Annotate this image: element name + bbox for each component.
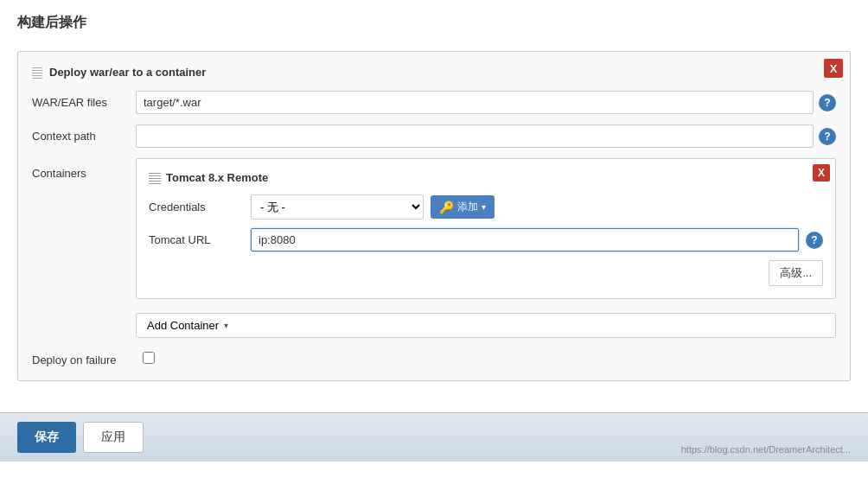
page-wrapper: 构建后操作 X Deploy war/ear to a container WA… xyxy=(0,0,868,484)
war-ear-label: WAR/EAR files xyxy=(32,91,136,109)
containers-control: X Tomcat 8.x Remote Credentials - 无 - xyxy=(136,158,836,338)
deploy-failure-row: Deploy on failure xyxy=(32,348,836,366)
add-container-label: Add Container xyxy=(147,319,219,332)
context-path-row: Context path ? xyxy=(32,124,836,148)
credentials-label: Credentials xyxy=(149,201,244,213)
save-button[interactable]: 保存 xyxy=(17,422,76,453)
context-path-control: ? xyxy=(136,124,836,148)
deploy-failure-label: Deploy on failure xyxy=(32,348,136,366)
context-path-label: Context path xyxy=(32,124,136,143)
container-drag-handle[interactable] xyxy=(149,172,161,184)
deploy-failure-checkbox[interactable] xyxy=(143,352,155,364)
tomcat-url-row: Tomcat URL ? xyxy=(149,228,823,252)
containers-row: Containers X Tomcat 8.x Remote Credentia… xyxy=(32,158,836,338)
context-path-input[interactable] xyxy=(136,124,814,148)
section-close-button[interactable]: X xyxy=(824,59,843,78)
section-title: Deploy war/ear to a container xyxy=(32,66,836,79)
deploy-section: X Deploy war/ear to a container WAR/EAR … xyxy=(17,51,851,381)
credentials-row: Credentials - 无 - 🔑 添加 ▾ xyxy=(149,194,823,220)
apply-button[interactable]: 应用 xyxy=(83,422,144,453)
watermark: https://blog.csdn.net/DreamerArchitect..… xyxy=(681,444,851,455)
tomcat-url-input[interactable] xyxy=(251,228,799,252)
add-container-button[interactable]: Add Container ▾ xyxy=(136,313,836,338)
tomcat-url-help-icon[interactable]: ? xyxy=(806,232,823,249)
add-container-arrow: ▾ xyxy=(224,321,228,330)
bottom-bar: 保存 应用 https://blog.csdn.net/DreamerArchi… xyxy=(0,412,868,462)
add-credentials-button[interactable]: 🔑 添加 ▾ xyxy=(431,195,495,219)
war-ear-input[interactable] xyxy=(136,91,814,114)
credentials-select[interactable]: - 无 - xyxy=(251,194,424,220)
container-close-button[interactable]: X xyxy=(813,164,830,182)
container-title-text: Tomcat 8.x Remote xyxy=(166,171,268,184)
context-path-help-icon[interactable]: ? xyxy=(819,128,836,145)
war-ear-row: WAR/EAR files ? xyxy=(32,91,836,114)
section-drag-handle[interactable] xyxy=(32,67,42,79)
add-credentials-arrow: ▾ xyxy=(482,202,486,212)
add-credentials-label: 添加 xyxy=(457,200,478,214)
add-credentials-icon: 🔑 xyxy=(439,201,454,214)
container-inner-box: X Tomcat 8.x Remote Credentials - 无 - xyxy=(136,158,836,299)
tomcat-url-label: Tomcat URL xyxy=(149,233,244,246)
war-ear-control: ? xyxy=(136,91,836,114)
page-title: 构建后操作 xyxy=(0,0,868,42)
advanced-button[interactable]: 高级... xyxy=(769,260,823,286)
containers-label: Containers xyxy=(32,158,136,180)
war-ear-help-icon[interactable]: ? xyxy=(819,94,836,111)
main-content: X Deploy war/ear to a container WAR/EAR … xyxy=(0,42,868,412)
container-title: Tomcat 8.x Remote xyxy=(149,171,823,184)
section-title-text: Deploy war/ear to a container xyxy=(49,66,206,79)
